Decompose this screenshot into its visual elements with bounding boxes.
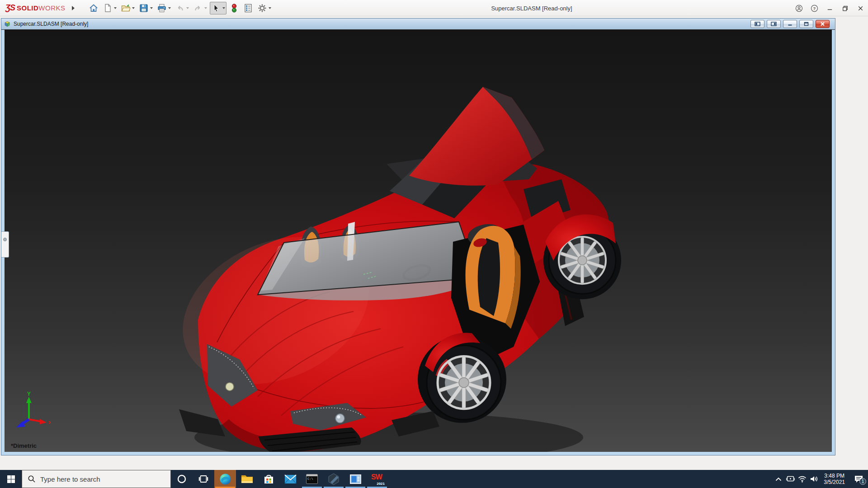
restore-icon xyxy=(841,5,849,12)
clock[interactable]: 3:48 PM 3/5/2021 xyxy=(820,473,849,485)
taskbar-search-input[interactable]: Type here to search xyxy=(22,470,171,488)
show-left-pane-button[interactable] xyxy=(750,20,764,28)
print-icon xyxy=(157,3,167,13)
new-document-icon xyxy=(103,3,113,13)
minimize-button[interactable] xyxy=(822,0,837,16)
home-button[interactable] xyxy=(87,2,100,14)
search-icon xyxy=(28,475,36,483)
tray-overflow-chevron[interactable] xyxy=(773,470,784,488)
right-pane-icon xyxy=(771,22,777,26)
window-title: Supercar.SLDASM [Read-only] xyxy=(491,0,572,16)
task-view-button[interactable] xyxy=(193,470,214,488)
ds-logo-mark: ƷS xyxy=(5,3,15,13)
document-close-button[interactable] xyxy=(816,20,830,28)
view-orientation-label: *Dimetric xyxy=(11,442,37,449)
supercar-model xyxy=(5,30,832,452)
open-folder-icon xyxy=(121,3,131,13)
tray-date: 3/5/2021 xyxy=(824,479,845,485)
mail-icon xyxy=(284,474,297,484)
close-button[interactable] xyxy=(853,0,868,16)
window-controls: ? xyxy=(791,0,868,16)
taskbar-app-media[interactable] xyxy=(344,470,366,488)
dropdown-arrow-icon[interactable] xyxy=(114,7,117,9)
start-button[interactable] xyxy=(0,470,22,488)
document-title: Supercar.SLDASM [Read-only] xyxy=(14,21,88,27)
dropdown-arrow-icon[interactable] xyxy=(222,7,225,9)
menu-flyout-arrow-icon[interactable] xyxy=(72,6,75,10)
select-tool-button[interactable] xyxy=(210,2,226,14)
taskbar-app-edrawings[interactable] xyxy=(323,470,344,488)
tray-volume[interactable] xyxy=(808,470,820,488)
document-window-controls xyxy=(750,20,833,28)
show-right-pane-button[interactable] xyxy=(767,20,781,28)
minimize-icon xyxy=(787,22,793,26)
taskbar-app-mail[interactable] xyxy=(279,470,301,488)
cortana-icon xyxy=(177,474,187,484)
taskbar-app-edge[interactable] xyxy=(214,470,236,488)
taskbar-app-solidworks[interactable]: SW 2021 xyxy=(366,470,388,488)
command-prompt-icon: C:\ xyxy=(306,474,318,484)
redo-button[interactable] xyxy=(192,2,208,14)
dropdown-arrow-icon[interactable] xyxy=(168,7,171,9)
tray-wifi[interactable] xyxy=(796,470,808,488)
cortana-button[interactable] xyxy=(171,470,193,488)
display-connect-icon xyxy=(786,475,795,483)
document-minimize-button[interactable] xyxy=(783,20,797,28)
action-center-button[interactable]: 1 xyxy=(849,470,868,488)
account-button[interactable] xyxy=(791,0,807,16)
dropdown-arrow-icon[interactable] xyxy=(150,7,153,9)
rebuild-button[interactable] xyxy=(228,2,241,14)
tray-time: 3:48 PM xyxy=(824,473,845,479)
wifi-icon xyxy=(798,476,807,483)
app-titlebar: ƷS SOLIDWORKS xyxy=(0,0,868,16)
restore-icon xyxy=(803,22,809,26)
dropdown-arrow-icon[interactable] xyxy=(269,7,271,9)
dropdown-arrow-icon[interactable] xyxy=(132,7,135,9)
taskbar: Type here to search xyxy=(0,470,868,488)
restore-button[interactable] xyxy=(837,0,853,16)
rebuild-stoplight-icon xyxy=(229,3,239,13)
close-icon xyxy=(820,22,826,26)
new-document-button[interactable] xyxy=(101,2,118,14)
redo-icon xyxy=(193,3,203,13)
taskbar-app-command-prompt[interactable]: C:\ xyxy=(301,470,323,488)
orientation-triad: Y x xyxy=(13,391,51,430)
taskbar-app-file-explorer[interactable] xyxy=(236,470,258,488)
file-properties-icon xyxy=(243,3,253,13)
desktop: ƷS SOLIDWORKS xyxy=(0,0,868,488)
svg-text:x: x xyxy=(48,419,51,425)
left-pane-icon xyxy=(755,22,760,26)
task-view-icon xyxy=(198,474,208,483)
notification-badge: 1 xyxy=(859,478,866,485)
open-button[interactable] xyxy=(119,2,136,14)
taskbar-app-store[interactable] xyxy=(258,470,279,488)
dropdown-arrow-icon[interactable] xyxy=(204,7,207,9)
help-button[interactable]: ? xyxy=(807,0,822,16)
file-properties-button[interactable] xyxy=(242,2,255,14)
speaker-icon xyxy=(810,475,818,483)
graphics-viewport[interactable]: Y x *Dimetric xyxy=(5,30,832,452)
chevron-up-icon xyxy=(775,477,782,481)
dropdown-arrow-icon[interactable] xyxy=(186,7,189,9)
minimize-icon xyxy=(826,5,834,12)
solidworks-logo: ƷS SOLIDWORKS xyxy=(5,3,66,13)
featuremanager-collapsed-tab[interactable] xyxy=(1,231,9,258)
print-button[interactable] xyxy=(156,2,172,14)
logo-solid-text: SOLID xyxy=(17,4,38,12)
home-icon xyxy=(89,3,99,13)
tray-display-connect[interactable] xyxy=(784,470,796,488)
save-button[interactable] xyxy=(137,2,154,14)
document-restore-button[interactable] xyxy=(799,20,813,28)
pane-handle-dot-icon xyxy=(3,238,7,241)
edrawings-hexagon-icon xyxy=(328,473,340,485)
media-app-icon xyxy=(349,474,362,484)
document-titlebar[interactable]: Supercar.SLDASM [Read-only] xyxy=(1,19,835,30)
document-window: Supercar.SLDASM [Read-only] xyxy=(1,18,835,455)
help-icon: ? xyxy=(811,5,818,12)
undo-button[interactable] xyxy=(174,2,190,14)
options-button[interactable] xyxy=(256,2,273,14)
svg-text:?: ? xyxy=(813,5,816,10)
account-icon xyxy=(795,5,803,12)
solidworks-2021-icon: SW 2021 xyxy=(371,473,383,485)
assembly-icon xyxy=(3,20,11,28)
